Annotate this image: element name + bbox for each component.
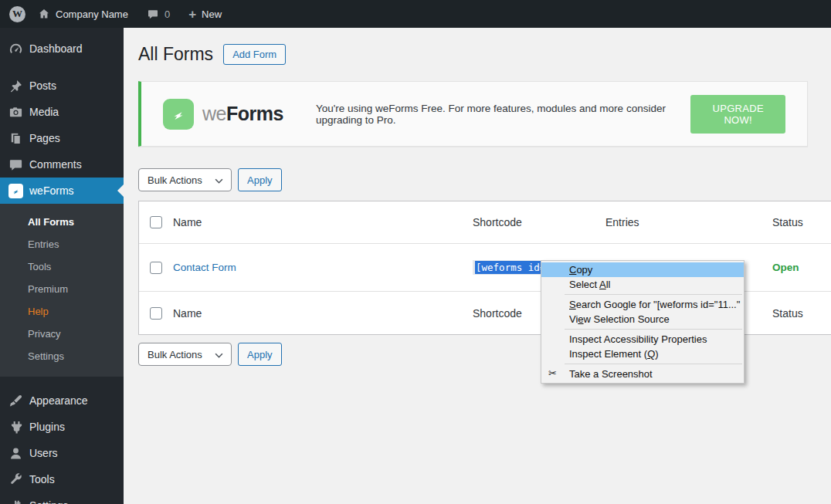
sidebar-item-media[interactable]: Media: [0, 99, 124, 125]
sidebar-item-label: Appearance: [29, 394, 88, 407]
apply-button[interactable]: Apply: [238, 168, 282, 191]
sidebar-separator: [0, 62, 124, 73]
sidebar-item-label: Tools: [29, 473, 55, 485]
site-name-menu[interactable]: Company Name: [32, 0, 134, 28]
context-menu-separator: [565, 364, 742, 364]
context-menu-item-label: Take a Screenshot: [569, 368, 653, 380]
context-menu: CopySelect AllSearch Google for "[weform…: [541, 260, 745, 384]
context-menu-item-copy[interactable]: Copy: [541, 262, 744, 277]
sidebar-item-label: Settings: [29, 499, 69, 504]
context-menu-item-take-a-screenshot[interactable]: ✂Take a Screenshot: [541, 367, 744, 381]
context-menu-item-label: Search Google for "[weforms id="11...": [569, 299, 740, 310]
pages-icon: [8, 130, 23, 146]
home-icon: [38, 8, 50, 20]
brand-forms: Forms: [226, 103, 283, 124]
weforms-icon: [8, 183, 23, 198]
context-menu-item-inspect-element-q[interactable]: Inspect Element (Q): [541, 347, 744, 361]
context-menu-separator: [565, 294, 742, 295]
comments-bubble-menu[interactable]: 0: [141, 0, 176, 28]
context-menu-item-search-google-for-weforms-id-11[interactable]: Search Google for "[weforms id="11...": [541, 297, 744, 312]
sidebar-item-label: Posts: [29, 79, 56, 92]
sliders-icon: [8, 498, 23, 504]
add-form-button[interactable]: Add Form: [223, 44, 286, 65]
select-all-checkbox[interactable]: [150, 216, 162, 228]
context-menu-item-inspect-accessibility-properties[interactable]: Inspect Accessibility Properties: [541, 332, 744, 347]
weforms-logo-icon: [163, 99, 194, 130]
pin-icon: [8, 78, 23, 93]
sidebar-item-label: Comments: [29, 158, 82, 171]
bulk-actions-selected-value: Bulk Actions: [148, 174, 202, 186]
brand-we: we: [202, 103, 226, 124]
scissors-icon: ✂: [548, 367, 557, 379]
comments-icon: [8, 157, 23, 172]
context-menu-item-label: Inspect Accessibility Properties: [569, 333, 707, 345]
sidebar-item-label: weForms: [29, 184, 74, 197]
sidebar-item-pages[interactable]: Pages: [0, 125, 124, 151]
sidebar-item-settings[interactable]: Settings: [0, 492, 124, 504]
paintbrush-icon: [8, 393, 23, 408]
site-name-label: Company Name: [56, 8, 128, 20]
dashboard-icon: [8, 41, 23, 56]
wordpress-logo-icon[interactable]: W: [9, 6, 25, 22]
apply-button-bottom[interactable]: Apply: [238, 343, 282, 366]
weforms-brand: weForms: [202, 103, 283, 125]
new-label: New: [202, 8, 222, 20]
active-menu-arrow: [117, 184, 124, 197]
sidebar-item-label: Dashboard: [29, 42, 83, 55]
context-menu-item-label: View Selection Source: [569, 313, 670, 325]
sidebar-item-appearance[interactable]: Appearance: [0, 387, 124, 414]
sidebar-item-label: Pages: [29, 132, 60, 144]
page-title: All Forms: [138, 44, 213, 65]
sidebar-item-label: Media: [29, 106, 59, 118]
context-menu-item-label: Copy: [569, 264, 592, 276]
plus-icon: +: [188, 8, 196, 21]
row-checkbox[interactable]: [150, 262, 162, 274]
wrench-icon: [8, 472, 23, 487]
context-menu-item-label: Select All: [569, 279, 610, 290]
sidebar-item-posts[interactable]: Posts: [0, 73, 124, 99]
page-header: All Forms Add Form: [138, 44, 831, 65]
sidebar-item-weforms[interactable]: weForms: [0, 178, 124, 204]
sidebar-item-comments[interactable]: Comments: [0, 151, 124, 178]
sidebar-item-dashboard[interactable]: Dashboard: [0, 36, 124, 62]
sidebar-item-tools[interactable]: Tools: [0, 466, 124, 492]
banner-message: You're using weForms Free. For more feat…: [316, 103, 691, 126]
context-menu-item-view-selection-source[interactable]: View Selection Source: [541, 312, 744, 326]
admin-sidebar: Dashboard Posts Media Pages Commen: [0, 28, 124, 504]
form-name-link[interactable]: Contact Form: [173, 262, 473, 273]
column-footer-status: Status: [772, 307, 831, 320]
sidebar-item-users[interactable]: Users: [0, 440, 124, 466]
weforms-submenu: All Forms Entries Tools Premium Help Pri…: [0, 204, 124, 377]
table-header-row: Name Shortcode Entries Status: [139, 201, 831, 244]
new-content-menu[interactable]: + New: [182, 0, 228, 28]
sidebar-separator: [0, 377, 124, 387]
status-badge: Open: [772, 262, 831, 273]
column-footer-name: Name: [173, 307, 473, 320]
admin-bar: W Company Name 0 + New: [0, 0, 831, 28]
sidebar-item-plugins[interactable]: Plugins: [0, 414, 124, 440]
select-all-checkbox-footer[interactable]: [150, 307, 162, 320]
submenu-item-tools[interactable]: Tools: [0, 255, 124, 278]
submenu-item-privacy[interactable]: Privacy: [0, 323, 124, 345]
submenu-item-settings[interactable]: Settings: [0, 345, 124, 367]
column-header-status: Status: [772, 216, 831, 228]
bulk-actions-select[interactable]: Bulk Actions: [138, 168, 232, 191]
plug-icon: [8, 419, 23, 435]
chevron-down-icon: [215, 349, 223, 360]
comment-bubble-icon: [147, 8, 159, 20]
submenu-item-help[interactable]: Help: [0, 300, 124, 323]
chevron-down-icon: [215, 174, 223, 186]
bulk-actions-selected-value: Bulk Actions: [148, 349, 202, 360]
comments-count: 0: [165, 8, 170, 20]
submenu-item-entries[interactable]: Entries: [0, 233, 124, 255]
bulk-actions-select-bottom[interactable]: Bulk Actions: [138, 343, 232, 366]
column-header-name: Name: [173, 216, 473, 228]
weforms-upgrade-banner: weForms You're using weForms Free. For m…: [138, 81, 808, 147]
submenu-item-all-forms[interactable]: All Forms: [0, 211, 124, 233]
context-menu-item-select-all[interactable]: Select All: [541, 277, 744, 292]
submenu-item-premium[interactable]: Premium: [0, 278, 124, 300]
upgrade-now-button[interactable]: UPGRADE NOW!: [690, 95, 785, 134]
column-header-entries: Entries: [605, 215, 638, 230]
bulk-actions-toolbar-top: Bulk Actions Apply: [138, 168, 831, 191]
sidebar-item-label: Users: [29, 447, 58, 459]
